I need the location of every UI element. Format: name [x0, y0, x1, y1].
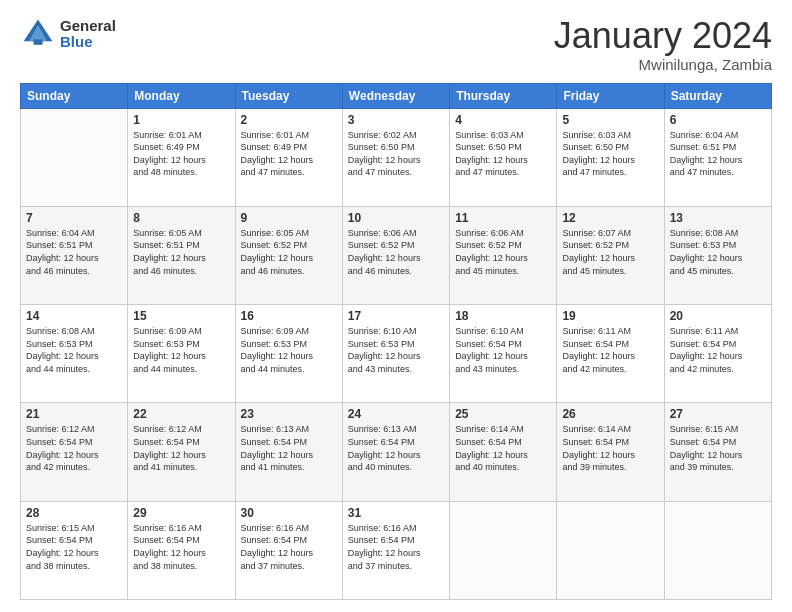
day-info: Sunrise: 6:14 AM Sunset: 6:54 PM Dayligh…: [455, 423, 551, 473]
col-thursday: Thursday: [450, 83, 557, 108]
table-row: 13Sunrise: 6:08 AM Sunset: 6:53 PM Dayli…: [664, 206, 771, 304]
table-row: 19Sunrise: 6:11 AM Sunset: 6:54 PM Dayli…: [557, 305, 664, 403]
day-number: 21: [26, 407, 122, 421]
table-row: 10Sunrise: 6:06 AM Sunset: 6:52 PM Dayli…: [342, 206, 449, 304]
day-info: Sunrise: 6:03 AM Sunset: 6:50 PM Dayligh…: [455, 129, 551, 179]
day-number: 12: [562, 211, 658, 225]
day-info: Sunrise: 6:11 AM Sunset: 6:54 PM Dayligh…: [670, 325, 766, 375]
day-number: 1: [133, 113, 229, 127]
day-number: 30: [241, 506, 337, 520]
day-number: 8: [133, 211, 229, 225]
day-number: 18: [455, 309, 551, 323]
day-number: 29: [133, 506, 229, 520]
table-row: 5Sunrise: 6:03 AM Sunset: 6:50 PM Daylig…: [557, 108, 664, 206]
table-row: 8Sunrise: 6:05 AM Sunset: 6:51 PM Daylig…: [128, 206, 235, 304]
day-number: 10: [348, 211, 444, 225]
table-row: 6Sunrise: 6:04 AM Sunset: 6:51 PM Daylig…: [664, 108, 771, 206]
day-info: Sunrise: 6:04 AM Sunset: 6:51 PM Dayligh…: [26, 227, 122, 277]
table-row: 23Sunrise: 6:13 AM Sunset: 6:54 PM Dayli…: [235, 403, 342, 501]
day-info: Sunrise: 6:09 AM Sunset: 6:53 PM Dayligh…: [133, 325, 229, 375]
day-number: 3: [348, 113, 444, 127]
col-sunday: Sunday: [21, 83, 128, 108]
day-info: Sunrise: 6:09 AM Sunset: 6:53 PM Dayligh…: [241, 325, 337, 375]
day-info: Sunrise: 6:12 AM Sunset: 6:54 PM Dayligh…: [133, 423, 229, 473]
table-row: [664, 501, 771, 599]
logo-blue-text: Blue: [60, 34, 116, 51]
logo-text: General Blue: [60, 18, 116, 51]
day-info: Sunrise: 6:16 AM Sunset: 6:54 PM Dayligh…: [348, 522, 444, 572]
calendar-header-row: Sunday Monday Tuesday Wednesday Thursday…: [21, 83, 772, 108]
table-row: 30Sunrise: 6:16 AM Sunset: 6:54 PM Dayli…: [235, 501, 342, 599]
table-row: [450, 501, 557, 599]
day-info: Sunrise: 6:10 AM Sunset: 6:54 PM Dayligh…: [455, 325, 551, 375]
day-info: Sunrise: 6:02 AM Sunset: 6:50 PM Dayligh…: [348, 129, 444, 179]
day-number: 7: [26, 211, 122, 225]
table-row: 26Sunrise: 6:14 AM Sunset: 6:54 PM Dayli…: [557, 403, 664, 501]
day-number: 22: [133, 407, 229, 421]
table-row: 21Sunrise: 6:12 AM Sunset: 6:54 PM Dayli…: [21, 403, 128, 501]
table-row: 3Sunrise: 6:02 AM Sunset: 6:50 PM Daylig…: [342, 108, 449, 206]
day-number: 2: [241, 113, 337, 127]
day-info: Sunrise: 6:13 AM Sunset: 6:54 PM Dayligh…: [241, 423, 337, 473]
logo-general-text: General: [60, 18, 116, 35]
table-row: 2Sunrise: 6:01 AM Sunset: 6:49 PM Daylig…: [235, 108, 342, 206]
col-monday: Monday: [128, 83, 235, 108]
day-info: Sunrise: 6:07 AM Sunset: 6:52 PM Dayligh…: [562, 227, 658, 277]
day-info: Sunrise: 6:15 AM Sunset: 6:54 PM Dayligh…: [670, 423, 766, 473]
table-row: 14Sunrise: 6:08 AM Sunset: 6:53 PM Dayli…: [21, 305, 128, 403]
header: General Blue January 2024 Mwinilunga, Za…: [20, 16, 772, 73]
day-number: 20: [670, 309, 766, 323]
table-row: 29Sunrise: 6:16 AM Sunset: 6:54 PM Dayli…: [128, 501, 235, 599]
table-row: 20Sunrise: 6:11 AM Sunset: 6:54 PM Dayli…: [664, 305, 771, 403]
day-number: 26: [562, 407, 658, 421]
calendar-week-row: 7Sunrise: 6:04 AM Sunset: 6:51 PM Daylig…: [21, 206, 772, 304]
day-info: Sunrise: 6:01 AM Sunset: 6:49 PM Dayligh…: [241, 129, 337, 179]
day-number: 28: [26, 506, 122, 520]
day-number: 17: [348, 309, 444, 323]
table-row: [21, 108, 128, 206]
day-info: Sunrise: 6:12 AM Sunset: 6:54 PM Dayligh…: [26, 423, 122, 473]
table-row: 28Sunrise: 6:15 AM Sunset: 6:54 PM Dayli…: [21, 501, 128, 599]
table-row: 25Sunrise: 6:14 AM Sunset: 6:54 PM Dayli…: [450, 403, 557, 501]
location: Mwinilunga, Zambia: [554, 56, 772, 73]
day-info: Sunrise: 6:16 AM Sunset: 6:54 PM Dayligh…: [133, 522, 229, 572]
day-number: 25: [455, 407, 551, 421]
calendar-week-row: 14Sunrise: 6:08 AM Sunset: 6:53 PM Dayli…: [21, 305, 772, 403]
table-row: 4Sunrise: 6:03 AM Sunset: 6:50 PM Daylig…: [450, 108, 557, 206]
col-tuesday: Tuesday: [235, 83, 342, 108]
table-row: 18Sunrise: 6:10 AM Sunset: 6:54 PM Dayli…: [450, 305, 557, 403]
table-row: [557, 501, 664, 599]
day-info: Sunrise: 6:15 AM Sunset: 6:54 PM Dayligh…: [26, 522, 122, 572]
day-number: 15: [133, 309, 229, 323]
title-block: January 2024 Mwinilunga, Zambia: [554, 16, 772, 73]
col-wednesday: Wednesday: [342, 83, 449, 108]
day-number: 14: [26, 309, 122, 323]
table-row: 11Sunrise: 6:06 AM Sunset: 6:52 PM Dayli…: [450, 206, 557, 304]
day-info: Sunrise: 6:13 AM Sunset: 6:54 PM Dayligh…: [348, 423, 444, 473]
day-info: Sunrise: 6:06 AM Sunset: 6:52 PM Dayligh…: [348, 227, 444, 277]
day-number: 11: [455, 211, 551, 225]
day-info: Sunrise: 6:14 AM Sunset: 6:54 PM Dayligh…: [562, 423, 658, 473]
day-info: Sunrise: 6:05 AM Sunset: 6:52 PM Dayligh…: [241, 227, 337, 277]
calendar-week-row: 21Sunrise: 6:12 AM Sunset: 6:54 PM Dayli…: [21, 403, 772, 501]
table-row: 15Sunrise: 6:09 AM Sunset: 6:53 PM Dayli…: [128, 305, 235, 403]
day-info: Sunrise: 6:08 AM Sunset: 6:53 PM Dayligh…: [670, 227, 766, 277]
table-row: 12Sunrise: 6:07 AM Sunset: 6:52 PM Dayli…: [557, 206, 664, 304]
day-info: Sunrise: 6:01 AM Sunset: 6:49 PM Dayligh…: [133, 129, 229, 179]
day-info: Sunrise: 6:03 AM Sunset: 6:50 PM Dayligh…: [562, 129, 658, 179]
col-friday: Friday: [557, 83, 664, 108]
day-number: 9: [241, 211, 337, 225]
calendar-week-row: 28Sunrise: 6:15 AM Sunset: 6:54 PM Dayli…: [21, 501, 772, 599]
day-number: 19: [562, 309, 658, 323]
day-number: 31: [348, 506, 444, 520]
month-title: January 2024: [554, 16, 772, 56]
table-row: 9Sunrise: 6:05 AM Sunset: 6:52 PM Daylig…: [235, 206, 342, 304]
svg-rect-2: [34, 39, 43, 44]
day-number: 13: [670, 211, 766, 225]
day-number: 16: [241, 309, 337, 323]
logo-icon: [20, 16, 56, 52]
day-number: 4: [455, 113, 551, 127]
table-row: 17Sunrise: 6:10 AM Sunset: 6:53 PM Dayli…: [342, 305, 449, 403]
day-number: 24: [348, 407, 444, 421]
col-saturday: Saturday: [664, 83, 771, 108]
